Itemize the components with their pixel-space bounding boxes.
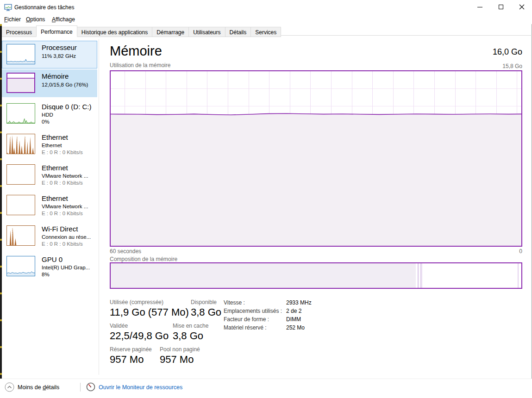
usage-chart-max-label: 15,8 Go <box>502 63 522 69</box>
sidebar-item-ethernet-3[interactable]: Ethernet VMware Network ... E : 0 R : 0 … <box>2 192 97 219</box>
stat-value-cached: 3,8 Go <box>173 330 203 342</box>
chevron-up-circle-icon[interactable] <box>5 382 14 392</box>
composition-label: Composition de la mémoire <box>110 256 177 262</box>
detail-value-slots: 2 de 2 <box>286 308 301 314</box>
sidebar-item-detail: HDD <box>42 112 53 118</box>
sidebar-item-detail: E : 0 R : 0 Kbits/s <box>42 180 83 186</box>
network-graph-thumbnail <box>6 164 35 185</box>
composition-modified-segment <box>420 263 422 288</box>
sidebar-item-title: Ethernet <box>42 194 68 202</box>
maximize-icon <box>499 5 503 9</box>
tab-details[interactable]: Détails <box>225 27 251 37</box>
menu-affichage[interactable]: Affichage <box>50 15 77 24</box>
memory-composition-bar <box>110 262 522 289</box>
memory-graph-thumbnail <box>6 73 35 93</box>
stat-label-nonpaged-pool: Pool non paginé <box>160 346 200 353</box>
sidebar-item-title: Ethernet <box>42 164 68 172</box>
stat-value-available: 3,8 Go <box>191 306 221 318</box>
menu-label: ffichage <box>56 16 75 23</box>
toggle-label: étails <box>46 384 59 391</box>
detail-label-speed: Vitesse : <box>224 299 245 306</box>
minimize-button[interactable] <box>469 0 490 13</box>
tab-utilisateurs[interactable]: Utilisateurs <box>188 27 225 37</box>
task-manager-window: Gestionnaire des tâches Fichier Options … <box>0 0 532 398</box>
detail-label-form-factor: Facteur de forme : <box>224 316 269 323</box>
sidebar-item-detail: E : 0 R : 0 Kbits/s <box>42 211 83 216</box>
sidebar-item-title: Disque 0 (D: C:) <box>42 103 92 111</box>
sidebar-item-ethernet-2[interactable]: Ethernet VMware Network ... E : 0 R : 0 … <box>2 161 97 189</box>
close-button[interactable] <box>511 0 532 13</box>
stat-label-cached: Mise en cache <box>173 323 208 329</box>
menu-accel: O <box>26 16 30 23</box>
tab-bar: Processus Performance Historique des app… <box>1 25 281 37</box>
sidebar-item-memory[interactable]: Mémoire 12,0/15,8 Go (76%) <box>2 69 97 97</box>
stat-label-available: Disponible <box>191 299 217 305</box>
composition-free-divider <box>518 263 519 288</box>
menu-label: ptions <box>30 16 45 23</box>
usage-chart-label: Utilisation de la mémoire <box>110 62 170 68</box>
sidebar-item-ethernet-1[interactable]: Ethernet Ethernet E : 0 R : 0 Kbits/s <box>2 131 97 158</box>
toggle-label: Moins de <box>18 384 43 391</box>
disk-graph-thumbnail <box>6 103 35 124</box>
chart-time-label: 60 secondes <box>110 248 141 255</box>
sidebar-item-cpu[interactable]: Processeur 11% 3,82 GHz <box>2 41 97 68</box>
menu-fichier[interactable]: Fichier <box>2 15 23 24</box>
sidebar-item-wifi-direct[interactable]: Wi-Fi Direct Connexion au rése... E : 0 … <box>2 222 97 250</box>
network-graph-thumbnail <box>6 225 35 246</box>
minimize-icon <box>477 7 482 7</box>
stat-value-nonpaged-pool: 957 Mo <box>160 354 194 366</box>
memory-total: 16,0 Go <box>493 47 522 57</box>
stat-value-used: 11,9 Go (577 Mo) <box>110 306 189 318</box>
sidebar-item-detail: 12,0/15,8 Go (76%) <box>42 82 88 87</box>
page-title: Mémoire <box>110 44 162 59</box>
stat-label-committed: Validée <box>110 323 128 329</box>
resource-monitor-icon <box>86 382 95 392</box>
composition-used-segment <box>111 263 416 288</box>
sidebar-item-title: Ethernet <box>42 133 68 141</box>
chart-zero-label: 0 <box>519 248 522 255</box>
tab-performance[interactable]: Performance <box>36 25 77 37</box>
sidebar-divider <box>99 39 99 375</box>
stat-label-paged-pool: Réserve paginée <box>110 346 152 353</box>
sidebar-item-detail: Ethernet <box>42 143 62 148</box>
tab-demarrage[interactable]: Démarrage <box>152 27 189 37</box>
sidebar-item-title: Mémoire <box>42 72 69 80</box>
menu-label: ichier <box>7 16 21 23</box>
sidebar-item-title: GPU 0 <box>42 255 63 263</box>
sidebar-item-title: Processeur <box>42 44 77 51</box>
network-graph-thumbnail <box>6 134 35 154</box>
detail-label-slots: Emplacements utilisés : <box>224 308 282 314</box>
fewer-details-button[interactable]: Moins de détails <box>18 384 59 391</box>
sidebar-item-detail: VMware Network ... <box>42 204 88 209</box>
stat-value-paged-pool: 957 Mo <box>110 354 144 366</box>
maximize-button[interactable] <box>490 0 511 13</box>
sidebar-item-detail: Intel(R) UHD Grap... <box>42 265 90 270</box>
tab-services[interactable]: Services <box>250 27 281 37</box>
menu-bar: Fichier Options Affichage <box>0 14 532 24</box>
composition-divider <box>418 263 419 288</box>
footer-separator <box>80 383 81 392</box>
sidebar-item-detail: 11% 3,82 GHz <box>42 53 76 59</box>
tab-processus[interactable]: Processus <box>1 27 37 37</box>
gpu-graph-thumbnail <box>6 256 35 276</box>
detail-value-reserved: 252 Mo <box>286 324 305 331</box>
open-resource-monitor-link[interactable]: Ouvrir le Moniteur de ressources <box>99 384 182 391</box>
detail-label-reserved: Matériel réservé : <box>224 324 267 331</box>
sidebar-item-detail: E : 0 R : 0 Kbits/s <box>42 241 83 247</box>
menu-accel: A <box>52 16 56 23</box>
sidebar-item-title: Wi-Fi Direct <box>42 225 78 233</box>
memory-usage-chart <box>110 70 522 247</box>
sidebar-item-detail: E : 0 R : 0 Kbits/s <box>42 149 83 155</box>
title-bar: Gestionnaire des tâches <box>0 0 532 14</box>
sidebar-item-detail: 8% <box>42 272 50 277</box>
footer-bar: Moins de détails Ouvrir le Moniteur de r… <box>0 379 532 398</box>
memory-usage-line <box>111 71 521 246</box>
sidebar-item-disk0[interactable]: Disque 0 (D: C:) HDD 0% <box>2 100 97 128</box>
app-icon <box>4 3 12 11</box>
window-title: Gestionnaire des tâches <box>14 4 74 11</box>
menu-options[interactable]: Options <box>24 15 47 24</box>
stat-value-committed: 22,5/49,8 Go <box>110 330 169 342</box>
sidebar-item-gpu0[interactable]: GPU 0 Intel(R) UHD Grap... 8% <box>2 253 97 280</box>
tab-historique[interactable]: Historique des applications <box>77 27 152 37</box>
network-graph-thumbnail <box>6 195 35 215</box>
